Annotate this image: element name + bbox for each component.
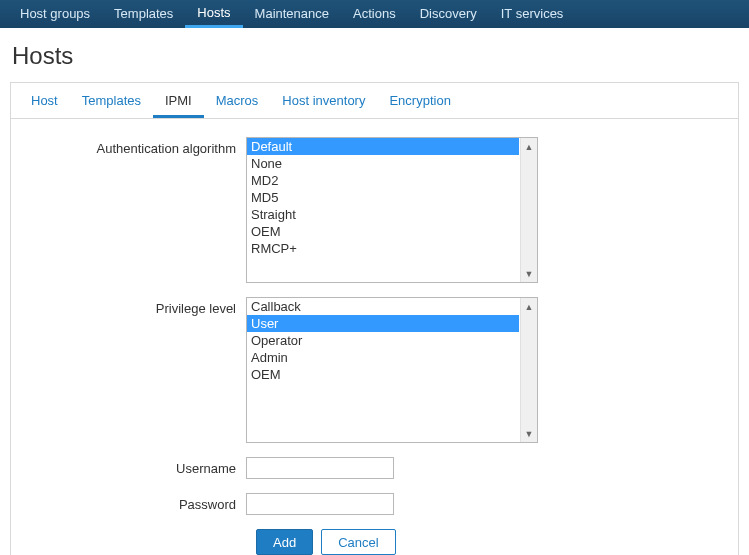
privilege-level-listbox[interactable]: Callback User Operator Admin OEM ▲ ▼ <box>246 297 538 443</box>
password-input[interactable] <box>246 493 394 515</box>
tab-encryption[interactable]: Encryption <box>377 83 462 118</box>
username-label: Username <box>21 457 246 476</box>
priv-scrollbar[interactable]: ▲ ▼ <box>520 298 537 442</box>
scroll-up-icon[interactable]: ▲ <box>521 298 537 315</box>
tab-host-inventory[interactable]: Host inventory <box>270 83 377 118</box>
tab-ipmi[interactable]: IPMI <box>153 83 204 118</box>
topnav-maintenance[interactable]: Maintenance <box>243 0 341 28</box>
content-box: Host Templates IPMI Macros Host inventor… <box>10 82 739 555</box>
auth-option-md5[interactable]: MD5 <box>247 189 519 206</box>
auth-option-default[interactable]: Default <box>247 138 519 155</box>
page-title: Hosts <box>0 28 749 82</box>
tab-host[interactable]: Host <box>19 83 70 118</box>
priv-option-oem[interactable]: OEM <box>247 366 519 383</box>
scroll-down-icon[interactable]: ▼ <box>521 265 537 282</box>
priv-option-callback[interactable]: Callback <box>247 298 519 315</box>
auth-option-none[interactable]: None <box>247 155 519 172</box>
topnav-hosts[interactable]: Hosts <box>185 0 242 28</box>
priv-option-user[interactable]: User <box>247 315 519 332</box>
add-button[interactable]: Add <box>256 529 313 555</box>
auth-option-straight[interactable]: Straight <box>247 206 519 223</box>
scroll-up-icon[interactable]: ▲ <box>521 138 537 155</box>
priv-option-operator[interactable]: Operator <box>247 332 519 349</box>
auth-algorithm-label: Authentication algorithm <box>21 137 246 156</box>
top-nav: Host groups Templates Hosts Maintenance … <box>0 0 749 28</box>
topnav-discovery[interactable]: Discovery <box>408 0 489 28</box>
scroll-down-icon[interactable]: ▼ <box>521 425 537 442</box>
topnav-it-services[interactable]: IT services <box>489 0 576 28</box>
form-area: Authentication algorithm Default None MD… <box>11 119 738 555</box>
tab-templates[interactable]: Templates <box>70 83 153 118</box>
auth-option-oem[interactable]: OEM <box>247 223 519 240</box>
auth-option-rmcp[interactable]: RMCP+ <box>247 240 519 257</box>
auth-scrollbar[interactable]: ▲ ▼ <box>520 138 537 282</box>
topnav-actions[interactable]: Actions <box>341 0 408 28</box>
tab-macros[interactable]: Macros <box>204 83 271 118</box>
privilege-level-label: Privilege level <box>21 297 246 316</box>
topnav-host-groups[interactable]: Host groups <box>8 0 102 28</box>
username-input[interactable] <box>246 457 394 479</box>
auth-algorithm-listbox[interactable]: Default None MD2 MD5 Straight OEM RMCP+ … <box>246 137 538 283</box>
auth-option-md2[interactable]: MD2 <box>247 172 519 189</box>
topnav-templates[interactable]: Templates <box>102 0 185 28</box>
subtabs: Host Templates IPMI Macros Host inventor… <box>11 83 738 119</box>
priv-option-admin[interactable]: Admin <box>247 349 519 366</box>
cancel-button[interactable]: Cancel <box>321 529 395 555</box>
password-label: Password <box>21 493 246 512</box>
